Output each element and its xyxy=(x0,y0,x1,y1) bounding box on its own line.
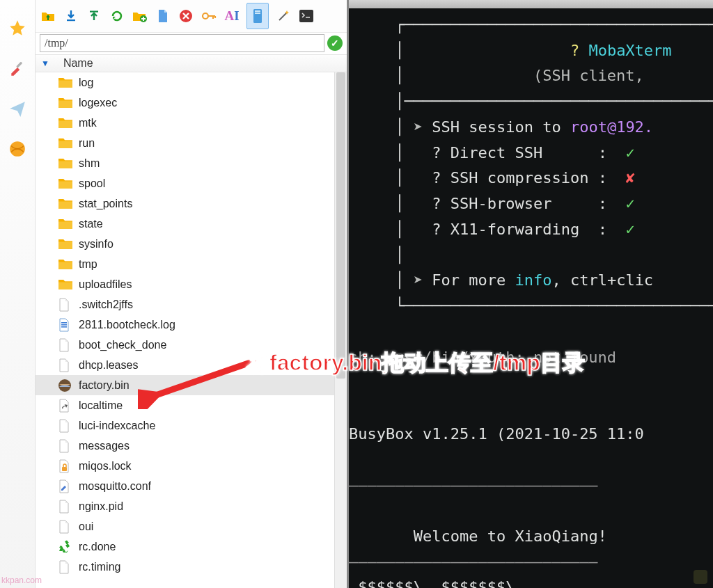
terminal-output: ┌────────────────────────────────────── … xyxy=(349,7,713,588)
upload-icon[interactable] xyxy=(86,8,102,24)
column-header[interactable]: ▼ Name xyxy=(36,54,347,72)
item-label: rc.done xyxy=(79,541,116,553)
file-icon xyxy=(58,500,73,514)
item-label: uploadfiles xyxy=(79,278,132,291)
binfile-icon xyxy=(58,379,73,392)
item-label: rc.timing xyxy=(79,561,120,573)
file-item[interactable]: messages xyxy=(36,436,347,456)
file-icon xyxy=(58,419,73,433)
item-label: logexec xyxy=(79,97,117,109)
logfile-icon xyxy=(58,318,73,332)
item-label: boot_check_done xyxy=(79,339,166,351)
svg-rect-8 xyxy=(255,10,260,12)
file-item[interactable]: oui xyxy=(36,516,347,537)
svg-rect-15 xyxy=(62,467,67,471)
name-column-label: Name xyxy=(63,57,93,70)
file-item[interactable]: rc.timing xyxy=(36,557,347,577)
sort-indicator-icon: ▼ xyxy=(41,58,49,68)
svg-rect-2 xyxy=(67,19,75,21)
file-icon xyxy=(58,560,73,574)
file-item[interactable]: mosquitto.conf xyxy=(36,476,347,496)
file-browser-toolbar: AI xyxy=(36,0,347,33)
folder-item[interactable]: sysinfo xyxy=(36,234,347,254)
recycle-icon xyxy=(58,540,73,554)
item-label: mtk xyxy=(79,117,97,129)
item-label: localtime xyxy=(79,399,123,412)
svg-rect-11 xyxy=(61,322,67,324)
download-icon[interactable] xyxy=(63,8,79,24)
svg-rect-13 xyxy=(61,326,67,328)
svg-rect-12 xyxy=(61,324,67,326)
file-item[interactable]: rc.done xyxy=(36,537,347,557)
file-icon xyxy=(58,338,73,352)
new-file-icon[interactable] xyxy=(155,8,171,24)
terminal-topbar xyxy=(349,0,713,8)
shortcut-icon xyxy=(58,399,73,413)
side-tool-strip xyxy=(0,0,36,588)
svg-rect-3 xyxy=(90,11,98,13)
annotation-text: 将factory.bin拖动上传至/tmp目录 xyxy=(247,348,585,379)
svg-rect-0 xyxy=(16,62,22,68)
folder-item[interactable]: logexec xyxy=(36,93,347,113)
item-label: mosquitto.conf xyxy=(79,480,151,493)
folder-item[interactable]: uploadfiles xyxy=(36,274,347,294)
tools-icon[interactable] xyxy=(8,58,27,78)
item-label: miqos.lock xyxy=(79,460,132,472)
item-label: sysinfo xyxy=(79,238,113,251)
scrollbar-thumb[interactable] xyxy=(336,72,345,379)
file-browser-panel: AI ✓ ▼ Name loglogexecmtkrunshmspoolstat… xyxy=(36,0,349,588)
folder-item[interactable]: tmp xyxy=(36,254,347,274)
path-input[interactable] xyxy=(40,34,324,52)
svg-point-6 xyxy=(203,13,208,19)
item-label: spool xyxy=(79,177,105,190)
path-row: ✓ xyxy=(36,33,347,54)
star-icon[interactable] xyxy=(8,18,27,38)
folder-item[interactable]: stat_points xyxy=(36,193,347,214)
folder-icon xyxy=(58,157,73,170)
item-label: .switch2jffs xyxy=(79,299,133,311)
folder-item[interactable]: log xyxy=(36,72,347,93)
folder-icon xyxy=(58,197,73,211)
file-icon xyxy=(58,520,73,534)
parent-dir-icon[interactable] xyxy=(40,8,56,24)
new-folder-plus-icon[interactable] xyxy=(132,8,148,24)
svg-rect-9 xyxy=(255,13,260,14)
lockfile-icon xyxy=(58,459,73,473)
folder-icon xyxy=(58,96,73,110)
folder-item[interactable]: run xyxy=(36,133,347,153)
folder-item[interactable]: spool xyxy=(36,173,347,193)
item-label: log xyxy=(79,77,93,89)
terminal-panel[interactable]: ┌────────────────────────────────────── … xyxy=(349,0,713,588)
file-item[interactable]: miqos.lock xyxy=(36,456,347,476)
server-icon[interactable] xyxy=(246,3,269,29)
path-ok-icon: ✓ xyxy=(327,35,343,51)
file-item[interactable]: luci-indexcache xyxy=(36,415,347,436)
refresh-icon[interactable] xyxy=(109,8,125,24)
send-icon[interactable] xyxy=(8,99,27,118)
item-label: shm xyxy=(79,157,100,170)
file-item[interactable]: nginx.pid xyxy=(36,496,347,516)
rename-icon[interactable]: AI xyxy=(224,8,240,24)
file-item[interactable]: 2811.bootcheck.log xyxy=(36,315,347,335)
folder-icon xyxy=(58,136,73,150)
item-label: stat_points xyxy=(79,198,132,210)
terminal-icon[interactable] xyxy=(298,8,315,24)
file-list[interactable]: loglogexecmtkrunshmspoolstat_pointsstate… xyxy=(36,72,347,588)
file-icon xyxy=(58,439,73,453)
item-label: luci-indexcache xyxy=(79,420,155,432)
delete-icon[interactable] xyxy=(178,8,194,24)
globe-icon[interactable] xyxy=(8,139,27,159)
file-item[interactable]: .switch2jffs xyxy=(36,294,347,315)
folder-icon xyxy=(58,237,73,251)
key-icon[interactable] xyxy=(201,8,217,24)
item-label: messages xyxy=(79,440,130,452)
conffile-icon xyxy=(58,479,73,493)
wand-icon[interactable] xyxy=(275,8,292,24)
folder-item[interactable]: mtk xyxy=(36,113,347,133)
scrollbar[interactable] xyxy=(334,72,347,588)
annotation-arrow xyxy=(138,353,263,409)
item-label: state xyxy=(79,218,103,230)
svg-rect-16 xyxy=(694,570,707,584)
folder-item[interactable]: shm xyxy=(36,153,347,173)
folder-item[interactable]: state xyxy=(36,214,347,234)
